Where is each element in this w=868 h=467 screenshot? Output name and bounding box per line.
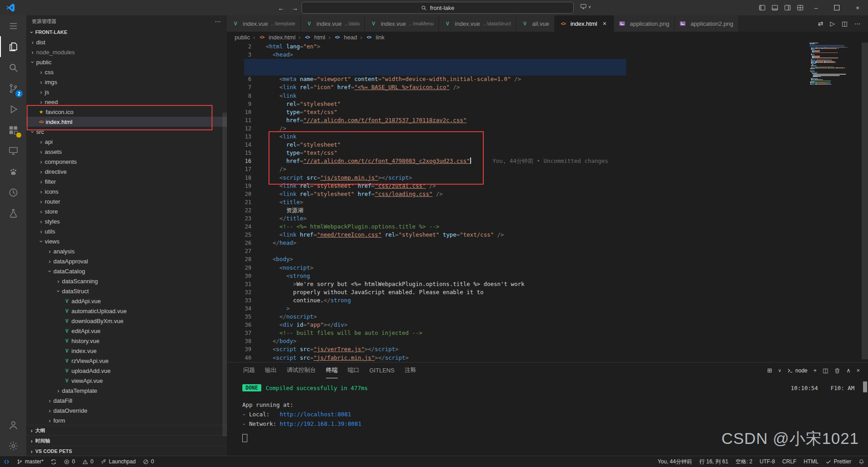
- project-section-header[interactable]: › FRONT-LAKE: [26, 27, 227, 37]
- terminal-link[interactable]: http://localhost:8081: [280, 411, 351, 418]
- more-actions-icon[interactable]: ⋯: [854, 20, 861, 27]
- terminal-scrollbar[interactable]: [863, 381, 867, 392]
- layout-secondary-icon[interactable]: [784, 4, 791, 11]
- close-icon[interactable]: ×: [601, 20, 609, 27]
- breadcrumb-item-head[interactable]: <>head: [334, 34, 357, 41]
- tree-item-js[interactable]: ›js: [26, 87, 227, 97]
- tree-item-node_modules[interactable]: ›node_modules: [26, 47, 227, 57]
- account-button[interactable]: [0, 415, 26, 435]
- tab-index.html[interactable]: <>index.html×: [555, 15, 614, 32]
- tree-item-analysis[interactable]: ›analysis: [26, 246, 227, 256]
- tree-item-dataScanning[interactable]: ›dataScanning: [26, 276, 227, 286]
- status-notifications[interactable]: [855, 456, 868, 467]
- status-encoding[interactable]: UTF-8: [756, 456, 778, 467]
- breadcrumb-item-index.html[interactable]: <>index.html: [258, 34, 295, 41]
- tree-item-imgs[interactable]: ›imgs: [26, 77, 227, 87]
- tree-item-index.vue[interactable]: Vindex.vue: [26, 346, 227, 356]
- terminal-link[interactable]: http://192.168.1.39:8081: [280, 420, 362, 427]
- settings-button[interactable]: [0, 435, 26, 456]
- panel-tab-注释[interactable]: 注释: [405, 362, 416, 378]
- tree-item-directive[interactable]: ›directive: [26, 167, 227, 176]
- split-icon[interactable]: ◫: [823, 367, 828, 374]
- debug-activity-button[interactable]: [0, 99, 26, 119]
- command-center-search[interactable]: front-lake: [302, 2, 574, 14]
- status-ports[interactable]: 0: [139, 456, 158, 467]
- forward-button[interactable]: →: [288, 0, 301, 15]
- status-prettier[interactable]: Prettier: [822, 456, 855, 467]
- tree-item-favicon.ico[interactable]: ★favicon.ico: [26, 107, 227, 117]
- tree-item-history.vue[interactable]: Vhistory.vue: [26, 336, 227, 346]
- panel-tab-问题[interactable]: 问题: [243, 362, 255, 378]
- breadcrumb-item-html[interactable]: <>html: [304, 34, 326, 41]
- tree-item-store[interactable]: ›store: [26, 206, 227, 216]
- files-activity-button[interactable]: [0, 36, 26, 57]
- sidebar-scrollbar[interactable]: [222, 113, 227, 436]
- tree-item-viewApi.vue[interactable]: VviewApi.vue: [26, 376, 227, 386]
- sidebar-section-VS CODE PETS[interactable]: ›VS CODE PETS: [26, 446, 227, 456]
- menu-activity-button[interactable]: [0, 15, 26, 36]
- minimap[interactable]: [809, 43, 862, 85]
- tree-item-form[interactable]: ›form: [26, 415, 227, 425]
- tree-item-dataApproval[interactable]: ›dataApproval: [26, 256, 227, 266]
- status-errors[interactable]: 0: [60, 456, 79, 467]
- source-control-activity-button[interactable]: 2: [0, 78, 26, 99]
- tree-item-uploadAdd.vue[interactable]: VuploadAdd.vue: [26, 366, 227, 376]
- caret-down-icon[interactable]: ∨: [778, 368, 781, 373]
- minimize-icon[interactable]: –: [806, 0, 826, 15]
- panel-tab-调试控制台[interactable]: 调试控制台: [287, 362, 316, 378]
- tree-item-api[interactable]: ›api: [26, 137, 227, 147]
- chevron-up-icon[interactable]: ∧: [846, 367, 851, 374]
- layout-panel-icon[interactable]: [771, 4, 778, 11]
- breadcrumb-item-public[interactable]: public: [235, 34, 250, 41]
- search-activity-button[interactable]: [0, 57, 26, 78]
- history-activity-button[interactable]: [0, 182, 26, 203]
- panel-tab-终端[interactable]: 终端: [326, 362, 338, 378]
- tree-item-filter[interactable]: ›filter: [26, 176, 227, 186]
- tree-item-styles[interactable]: ›styles: [26, 216, 227, 226]
- tab-application.png[interactable]: application.png: [614, 15, 675, 32]
- tree-item-automaticUpload.vue[interactable]: VautomaticUpload.vue: [26, 306, 227, 316]
- status-git-branch[interactable]: master*: [13, 456, 47, 467]
- close-icon[interactable]: ×: [847, 0, 868, 15]
- tree-item-dataOverride[interactable]: ›dataOverride: [26, 405, 227, 415]
- tree-item-rzViewApi.vue[interactable]: VrzViewApi.vue: [26, 356, 227, 366]
- launch-profile-button[interactable]: ∨: [580, 3, 591, 10]
- tree-item-editApi.vue[interactable]: VeditApi.vue: [26, 326, 227, 336]
- customize-layout-icon[interactable]: [797, 4, 804, 11]
- tree-item-dataCatalog[interactable]: ›dataCatalog: [26, 266, 227, 276]
- status-language-mode[interactable]: HTML: [800, 456, 822, 467]
- split-editor-icon[interactable]: ◫: [842, 20, 848, 27]
- status-indentation[interactable]: 空格: 2: [732, 456, 756, 467]
- tree-item-public[interactable]: ›public: [26, 57, 227, 67]
- status-warnings[interactable]: 0: [79, 456, 97, 467]
- tab-index.vue[interactable]: Vindex.vue...\data: [301, 15, 365, 32]
- maximize-icon[interactable]: [826, 0, 847, 15]
- status-sync[interactable]: [47, 456, 60, 467]
- panel-tab-端口[interactable]: 端口: [348, 362, 359, 378]
- status-cursor-position[interactable]: 行 16, 列 61: [696, 456, 732, 467]
- layout-sidebar-icon[interactable]: [759, 4, 766, 11]
- tab-index.vue[interactable]: Vindex.vue...\dataStruct: [439, 15, 516, 32]
- back-button[interactable]: ←: [275, 0, 288, 15]
- more-actions-icon[interactable]: ⋯: [215, 18, 222, 25]
- tab-index.vue[interactable]: Vindex.vue...\template: [227, 15, 301, 32]
- flask-activity-button[interactable]: [0, 203, 26, 224]
- tree-item-addApi.vue[interactable]: VaddApi.vue: [26, 296, 227, 306]
- tab-application2.png[interactable]: application2.png: [675, 15, 739, 32]
- breadcrumb-item-link[interactable]: <>link: [365, 34, 385, 41]
- sidebar-section-大纲[interactable]: ›大纲: [26, 425, 227, 435]
- tree-item-need[interactable]: ›need: [26, 97, 227, 107]
- tree-item-router[interactable]: ›router: [26, 196, 227, 206]
- close-icon[interactable]: ×: [856, 367, 860, 374]
- terminal-instance[interactable]: node: [787, 367, 807, 374]
- tree-item-src[interactable]: ›src: [26, 127, 227, 137]
- tree-item-downloadByXm.vue[interactable]: VdownloadByXm.vue: [26, 316, 227, 326]
- tree-item-dataFill[interactable]: ›dataFill: [26, 396, 227, 405]
- tree-item-dataTemplate[interactable]: ›dataTemplate: [26, 386, 227, 396]
- tab-all.vue[interactable]: Vall.vue: [516, 15, 555, 32]
- tree-item-components[interactable]: ›components: [26, 157, 227, 167]
- sidebar-section-时间轴[interactable]: ›时间轴: [26, 435, 227, 446]
- panel-tab-GITLENS[interactable]: GITLENS: [369, 362, 395, 378]
- tree-item-assets[interactable]: ›assets: [26, 147, 227, 157]
- trash-icon[interactable]: [834, 367, 840, 374]
